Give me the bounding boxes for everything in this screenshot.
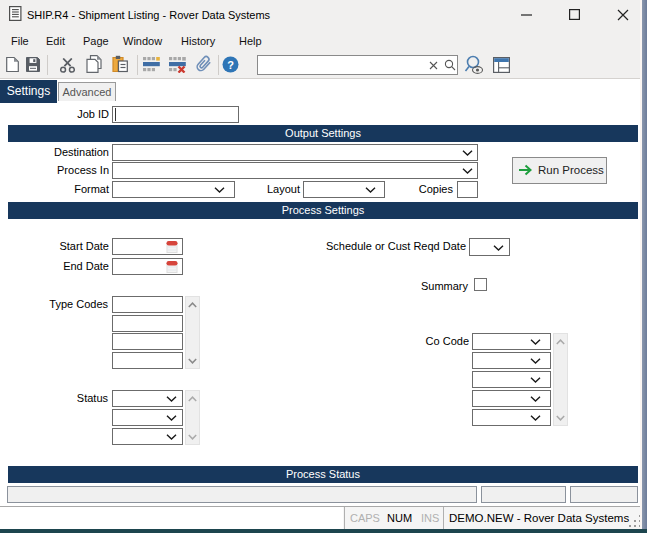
svg-text:?: ? (227, 59, 234, 71)
